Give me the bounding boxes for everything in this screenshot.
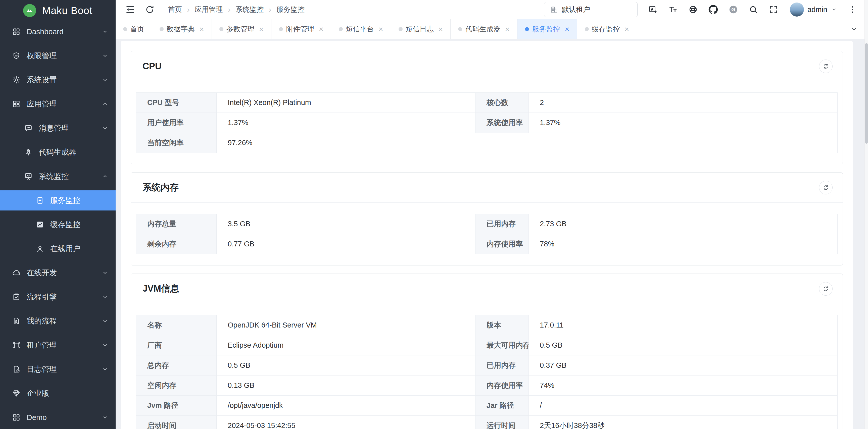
tab-label: 缓存监控 (592, 24, 620, 34)
font-size-icon[interactable] (668, 5, 678, 14)
desc-label: 启动时间 (136, 416, 217, 429)
tab-close-icon[interactable]: × (438, 25, 443, 33)
tab-close-icon[interactable]: × (378, 25, 383, 33)
sidebar-item-system-monitor[interactable]: 系统监控 (0, 166, 116, 186)
sidebar-item-online-users[interactable]: 在线用户 (0, 239, 116, 259)
sidebar-item-log-management[interactable]: 日志管理 (0, 359, 116, 379)
sidebar-item-tenant-management[interactable]: 租户管理 (0, 335, 116, 355)
panel-refresh-button[interactable] (819, 60, 833, 73)
sidebar-item-my-workflow[interactable]: 我的流程 (0, 311, 116, 331)
tab-label: 短信平台 (346, 24, 374, 34)
tab-home[interactable]: 首页 (116, 19, 152, 39)
app-root: Maku Boot Dashboard权限管理系统设置应用管理消息管理代码生成器… (0, 0, 868, 429)
sidebar-item-dashboard[interactable]: Dashboard (0, 22, 116, 42)
desc-value: 0.37 GB (529, 355, 838, 375)
tab-close-icon[interactable]: × (565, 25, 569, 33)
descriptions-table: 内存总量3.5 GB已用内存2.73 GB剩余内存0.77 GB内存使用率78% (136, 214, 838, 254)
panel-memory: 系统内存内存总量3.5 GB已用内存2.73 GB剩余内存0.77 GB内存使用… (131, 172, 843, 265)
topbar-left: 首页›应用管理›系统监控›服务监控 (125, 4, 305, 14)
desc-label: 用户使用率 (136, 113, 217, 133)
panel-title: 系统内存 (143, 182, 179, 194)
search-icon[interactable] (749, 5, 758, 14)
tab-cache-monitor[interactable]: 缓存监控× (577, 19, 637, 39)
tab-service-monitor[interactable]: 服务监控× (518, 19, 577, 39)
scrollbar-thumb[interactable] (865, 43, 868, 144)
sidebar-item-online-dev[interactable]: 在线开发 (0, 263, 116, 283)
tab-close-icon[interactable]: × (505, 25, 509, 33)
tab-code-generator[interactable]: 代码生成器× (451, 19, 518, 39)
tenant-select[interactable]: 默认租户 (544, 2, 638, 17)
desc-value: 0.13 GB (217, 375, 475, 396)
desc-label: 空闲内存 (136, 375, 217, 396)
panel-title: CPU (143, 61, 162, 72)
panel-refresh-button[interactable] (819, 181, 833, 194)
breadcrumb-separator-icon: › (269, 5, 271, 13)
tab-attachments[interactable]: 附件管理× (271, 19, 331, 39)
topbar: 首页›应用管理›系统监控›服务监控 默认租户 admin (116, 0, 868, 19)
desc-label: CPU 型号 (136, 93, 217, 113)
sidebar-item-demo[interactable]: Demo (0, 407, 116, 428)
user-menu[interactable]: admin (790, 2, 837, 16)
tab-close-icon[interactable]: × (624, 25, 629, 33)
breadcrumb-item[interactable]: 服务监控 (276, 5, 305, 14)
breadcrumb-item[interactable]: 系统监控 (236, 5, 264, 14)
globe-icon[interactable] (688, 5, 698, 14)
sync-icon (822, 184, 829, 191)
panel-refresh-button[interactable] (819, 282, 833, 296)
panel-header: CPU (131, 51, 843, 81)
sync-icon (822, 63, 829, 70)
tabbar: 首页数据字典×参数管理×附件管理×短信平台×短信日志×代码生成器×服务监控×缓存… (116, 19, 868, 39)
sidebar-item-label: 服务监控 (50, 195, 81, 206)
clipboard-icon (12, 293, 21, 301)
tab-sms-log[interactable]: 短信日志× (391, 19, 451, 39)
translate-icon[interactable] (648, 5, 658, 14)
sidebar-item-workflow-engine[interactable]: 流程引擎 (0, 287, 116, 307)
chevron-down-icon (101, 269, 108, 276)
tab-more-dropdown-icon[interactable] (850, 19, 858, 39)
gitee-icon[interactable] (728, 5, 738, 14)
tab-data-dict[interactable]: 数据字典× (152, 19, 212, 39)
desc-label: 当前空闲率 (136, 133, 217, 153)
tab-params[interactable]: 参数管理× (212, 19, 272, 39)
breadcrumb-item[interactable]: 首页 (168, 5, 182, 14)
chevron-down-icon (101, 318, 108, 325)
desc-value: 17.0.11 (529, 315, 838, 335)
sidebar-item-label: 流程引擎 (27, 292, 57, 302)
sidebar-item-app-management[interactable]: 应用管理 (0, 94, 116, 114)
desc-value: / (529, 396, 838, 416)
table-row: 剩余内存0.77 GB内存使用率78% (136, 234, 838, 254)
desc-value: Intel(R) Xeon(R) Platinum (217, 93, 475, 113)
desc-value: 97.26% (217, 133, 838, 153)
table-row: 启动时间2024-05-03 15:42:55运行时间2天16小时38分38秒 (136, 416, 838, 429)
collapse-sidebar-icon[interactable] (125, 4, 135, 14)
sidebar-item-enterprise[interactable]: 企业版 (0, 383, 116, 403)
sidebar-item-permission[interactable]: 权限管理 (0, 46, 116, 66)
sidebar-item-label: 代码生成器 (39, 147, 76, 158)
sidebar-item-cache-monitor[interactable]: 缓存监控 (0, 214, 116, 235)
desc-value: 74% (529, 375, 838, 396)
table-row: 空闲内存0.13 GB内存使用率74% (136, 375, 838, 396)
page-scrollbar[interactable] (865, 0, 868, 429)
sidebar-item-service-monitor[interactable]: 服务监控 (0, 190, 116, 210)
desc-value: Eclipse Adoptium (217, 335, 475, 355)
desc-value: 1.37% (529, 113, 838, 133)
tab-close-icon[interactable]: × (199, 25, 204, 33)
table-row: CPU 型号Intel(R) Xeon(R) Platinum核心数2 (136, 93, 838, 113)
desc-label: 内存使用率 (475, 234, 529, 254)
desc-value: 0.5 GB (217, 355, 475, 375)
desc-value: 2 (529, 93, 838, 113)
breadcrumb-item[interactable]: 应用管理 (195, 5, 223, 14)
sidebar-item-code-generator[interactable]: 代码生成器 (0, 142, 116, 162)
tab-sms-platform[interactable]: 短信平台× (331, 19, 391, 39)
breadcrumb-separator-icon: › (187, 5, 190, 13)
diamond-icon (12, 389, 21, 398)
github-icon[interactable] (708, 5, 718, 14)
fullscreen-icon[interactable] (769, 5, 778, 14)
sidebar-item-system-settings[interactable]: 系统设置 (0, 70, 116, 90)
kebab-menu-icon[interactable] (848, 5, 857, 14)
sidebar-item-message[interactable]: 消息管理 (0, 118, 116, 138)
sidebar-item-label: 缓存监控 (50, 220, 81, 230)
tab-close-icon[interactable]: × (259, 25, 264, 33)
tab-close-icon[interactable]: × (319, 25, 323, 33)
refresh-page-icon[interactable] (145, 4, 155, 14)
